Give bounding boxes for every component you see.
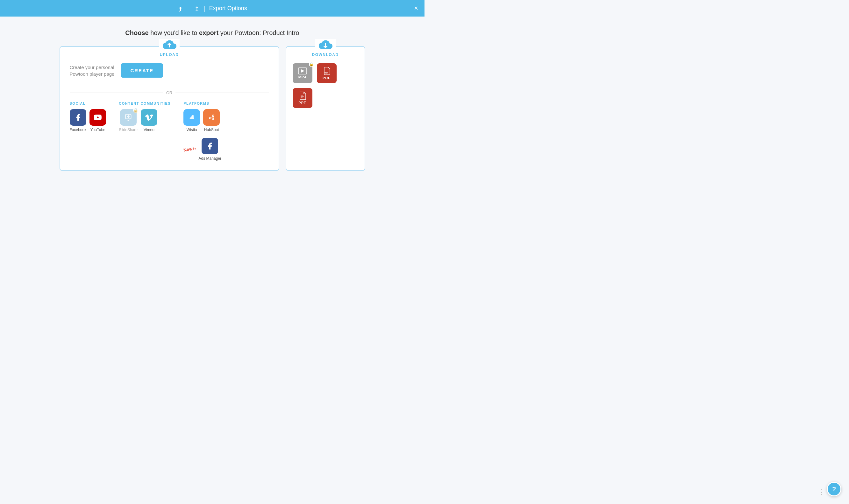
- create-section: Create your personal Powtoon player page…: [70, 63, 269, 84]
- headline: Choose how you'd like to export your Pow…: [125, 29, 299, 37]
- download-panel-header: DOWNLOAD: [293, 39, 358, 57]
- vimeo-label: Vimeo: [144, 128, 154, 132]
- facebook-label: Facebook: [70, 128, 87, 132]
- mp4-icon-box: 🔒 MP4: [293, 63, 312, 83]
- mp4-icon-item[interactable]: 🔒 MP4: [293, 63, 312, 83]
- hubspot-icon: [207, 113, 216, 122]
- content-communities-group: CONTENT COMMUNITIES 🔒: [119, 102, 171, 132]
- wistia-icon-box: [184, 109, 200, 126]
- youtube-icon: [93, 113, 102, 122]
- download-icon-wrapper: [315, 39, 336, 52]
- close-button[interactable]: ×: [414, 5, 418, 12]
- pdf-file-icon: PDF: [322, 67, 331, 75]
- ads-manager-row: New! → Ads Manager: [184, 138, 221, 161]
- upload-panel: UPLOAD Create your personal Powtoon play…: [59, 46, 279, 171]
- youtube-icon-box: [89, 109, 106, 126]
- ppt-icon-item[interactable]: PPT: [293, 88, 312, 108]
- upload-label: UPLOAD: [160, 53, 179, 57]
- facebook-icon: [74, 113, 82, 122]
- pdf-icon-box: PDF PDF: [317, 63, 336, 83]
- ppt-label: PPT: [298, 101, 306, 105]
- youtube-icon-item[interactable]: YouTube: [89, 109, 106, 132]
- header-title-text: Export Options: [209, 5, 247, 12]
- ads-manager-icon-box: [202, 138, 218, 154]
- or-line-left: [70, 93, 163, 93]
- youtube-label: YouTube: [90, 128, 105, 132]
- ppt-icon-box: PPT: [293, 88, 312, 108]
- hubspot-icon-box: [203, 109, 220, 126]
- or-divider: OR: [70, 90, 269, 95]
- slideshare-lock-icon: 🔒: [133, 108, 138, 113]
- mp4-play-icon: [298, 68, 307, 74]
- wistia-icon-item[interactable]: Wistia: [184, 109, 200, 132]
- mp4-lock-icon: 🔒: [309, 62, 314, 67]
- slideshare-icon-item[interactable]: 🔒 SlideShare: [119, 109, 138, 132]
- hubspot-label: HubSpot: [204, 128, 219, 132]
- mp4-label: MP4: [298, 75, 307, 79]
- platforms-label: PLATFORMS: [184, 102, 209, 105]
- ads-manager-label: Ads Manager: [199, 156, 221, 161]
- create-button[interactable]: CREATE: [121, 63, 163, 78]
- svg-point-3: [193, 116, 194, 116]
- download-cloud-icon: [318, 39, 332, 51]
- vimeo-icon: [145, 113, 153, 122]
- upload-icon-wrapper: [159, 39, 179, 52]
- header-divider: |: [204, 5, 205, 12]
- svg-point-11: [213, 119, 214, 120]
- wistia-icon: [187, 113, 196, 122]
- upload-cloud-icon: [162, 39, 176, 51]
- svg-rect-17: [301, 97, 302, 98]
- headline-export: export: [199, 29, 219, 36]
- create-text: Create your personal Powtoon player page: [70, 64, 115, 77]
- headline-middle: how you'd like to: [149, 29, 199, 36]
- ads-manager-icon: [206, 142, 214, 150]
- svg-marker-13: [301, 69, 305, 73]
- upload-panel-header: UPLOAD: [70, 39, 269, 57]
- facebook-icon-item[interactable]: Facebook: [70, 109, 87, 132]
- header: ⮭ ↥ | Export Options ×: [0, 0, 424, 17]
- social-section: SOCIAL Facebook: [70, 102, 269, 161]
- social-label: SOCIAL: [70, 102, 86, 105]
- platform-icons: Wistia: [184, 109, 220, 132]
- headline-suffix: your Powtoon: Product Intro: [219, 29, 299, 36]
- download-row-2: PPT: [293, 88, 358, 108]
- download-label: DOWNLOAD: [312, 53, 339, 57]
- download-panel: DOWNLOAD 🔒 MP4: [285, 46, 365, 171]
- social-icons: Facebook YouTube: [70, 109, 106, 132]
- or-text: OR: [166, 90, 173, 95]
- or-line-right: [175, 93, 269, 93]
- svg-point-2: [191, 115, 194, 118]
- headline-choose: Choose: [125, 29, 149, 36]
- download-icons: 🔒 MP4: [293, 63, 358, 108]
- slideshare-label: SlideShare: [119, 128, 138, 132]
- wistia-label: Wistia: [187, 128, 197, 132]
- slideshare-icon-box: 🔒: [120, 109, 137, 126]
- vimeo-icon-box: [141, 109, 157, 126]
- svg-point-9: [210, 118, 210, 119]
- ads-manager-icon-item[interactable]: Ads Manager: [199, 138, 221, 161]
- content-icons: 🔒 SlideShare Vimeo: [119, 109, 157, 132]
- ppt-file-icon: [298, 91, 307, 100]
- pdf-label: PDF: [323, 76, 331, 80]
- hubspot-icon-item[interactable]: HubSpot: [203, 109, 220, 132]
- svg-rect-16: [301, 96, 304, 97]
- main-content: Choose how you'd like to export your Pow…: [0, 17, 424, 177]
- svg-point-5: [213, 115, 214, 116]
- vimeo-icon-item[interactable]: Vimeo: [141, 109, 157, 132]
- content-label: CONTENT COMMUNITIES: [119, 102, 171, 105]
- slideshare-icon: [124, 113, 133, 122]
- facebook-icon-box: [70, 109, 86, 126]
- svg-text:PDF: PDF: [324, 72, 329, 74]
- panels-container: UPLOAD Create your personal Powtoon play…: [59, 46, 365, 171]
- export-icon: ⮭ ↥: [177, 4, 200, 13]
- social-group: SOCIAL Facebook: [70, 102, 106, 132]
- platforms-group: PLATFORMS Wistia: [184, 102, 221, 161]
- pdf-icon-item[interactable]: PDF PDF: [317, 63, 336, 83]
- download-row-1: 🔒 MP4: [293, 63, 358, 83]
- svg-rect-15: [301, 95, 303, 95]
- header-title-group: ⮭ ↥ | Export Options: [177, 4, 247, 13]
